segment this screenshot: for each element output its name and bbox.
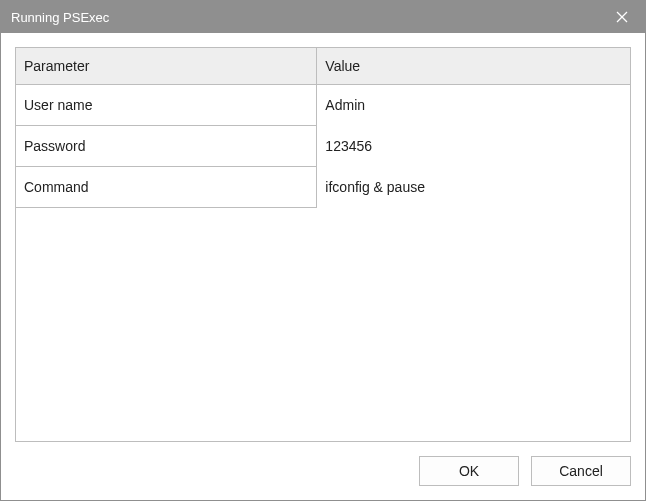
titlebar: Running PSExec <box>1 1 645 33</box>
header-value[interactable]: Value <box>317 48 630 85</box>
cell-parameter: Password <box>16 126 317 167</box>
cancel-button[interactable]: Cancel <box>531 456 631 486</box>
cell-parameter: Command <box>16 167 317 208</box>
close-icon <box>616 11 628 23</box>
ok-button[interactable]: OK <box>419 456 519 486</box>
cell-value: Admin <box>317 85 630 126</box>
dialog-window: Running PSExec Parameter Value <box>0 0 646 501</box>
dialog-button-row: OK Cancel <box>15 442 631 486</box>
table-row[interactable]: Command ifconfig & pause <box>16 167 630 208</box>
window-title: Running PSExec <box>11 10 599 25</box>
header-parameter[interactable]: Parameter <box>16 48 317 85</box>
table-header-row: Parameter Value <box>16 48 630 85</box>
close-button[interactable] <box>599 1 645 33</box>
table-row[interactable]: User name Admin <box>16 85 630 126</box>
table-row[interactable]: Password 123456 <box>16 126 630 167</box>
parameter-table: Parameter Value User name Admin Password… <box>16 48 630 208</box>
cell-value: ifconfig & pause <box>317 167 630 208</box>
parameter-table-container: Parameter Value User name Admin Password… <box>15 47 631 442</box>
cell-parameter: User name <box>16 85 317 126</box>
cell-value: 123456 <box>317 126 630 167</box>
dialog-content: Parameter Value User name Admin Password… <box>1 33 645 500</box>
